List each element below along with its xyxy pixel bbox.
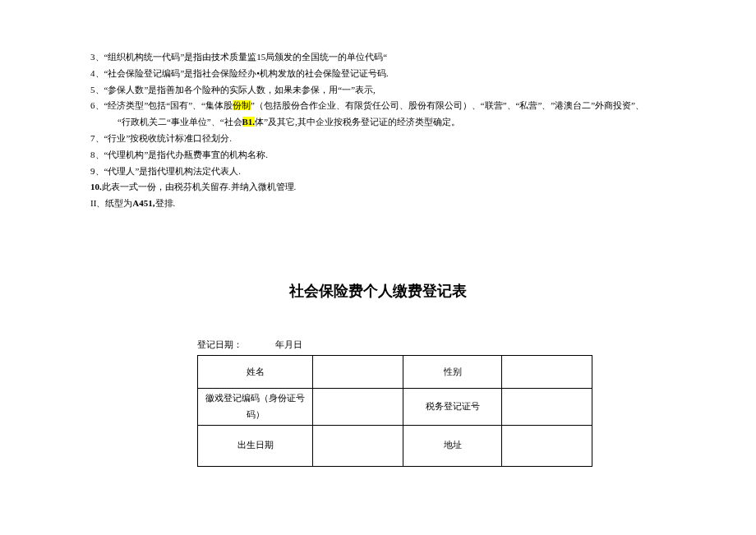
note-11-bold: A451, <box>132 198 154 208</box>
cell-address-value <box>502 425 592 466</box>
note-6b-suffix: 体”及其它,其中企业按税务登记证的经济类型确定。 <box>255 117 460 127</box>
note-3: 3、“组织机构统一代码”是指由技术质量监15局颁发的全国统一的单位代码“ <box>90 49 666 66</box>
note-6a-prefix: 6、“经济类型”包括“国有”、“集体股 <box>90 100 233 110</box>
personal-registration-table: 姓名 性别 徽戏登记编码（身份证号码） 税务登记证号 出生日期 地址 <box>197 355 592 467</box>
registration-date-value: 年月日 <box>275 339 302 349</box>
note-7: 7、“行业”按税收统计标准口径划分. <box>90 131 666 147</box>
cell-address-label: 地址 <box>403 425 502 466</box>
registration-date-line: 登记日期：年月日 <box>197 337 666 353</box>
registration-date-label: 登记日期： <box>197 339 242 349</box>
cell-name-label: 姓名 <box>198 356 313 389</box>
note-4: 4、“社会保险登记编码”是指社会保险经办•机构发放的社会保险登记证号码. <box>90 66 666 82</box>
cell-taxreg-label: 税务登记证号 <box>403 389 502 426</box>
note-10: 10.此表一式一份，由税芬机关留存.并纳入微机管理. <box>90 179 666 196</box>
note-10-prefix: 10. <box>90 182 102 191</box>
cell-birth-value <box>313 425 403 466</box>
cell-gender-value <box>502 356 592 389</box>
note-6a-highlight: 份制 <box>233 100 251 110</box>
table-row: 徽戏登记编码（身份证号码） 税务登记证号 <box>198 389 592 426</box>
cell-idcode-value <box>313 389 403 426</box>
note-11: II、纸型为A451,登排. <box>90 196 666 212</box>
cell-taxreg-value <box>502 389 592 426</box>
cell-gender-label: 性别 <box>403 356 502 389</box>
note-11-suffix: 登排. <box>155 198 176 208</box>
note-5: 5、“参保人数”是指善加各个险种的实际人数，如果未参保，用“一”表示, <box>90 82 666 99</box>
cell-birth-label: 出生日期 <box>198 425 313 466</box>
form-title: 社会保险费个人缴费登记表 <box>90 278 666 304</box>
note-9: 9、“代理人”是指代理机构法定代表人. <box>90 164 666 180</box>
note-11-prefix: II、纸型为 <box>90 198 132 208</box>
table-row: 出生日期 地址 <box>198 425 592 466</box>
note-8: 8、“代理机构”是指代办瓶费事宜的机构名称. <box>90 147 666 164</box>
cell-idcode-label: 徽戏登记编码（身份证号码） <box>198 389 313 426</box>
note-6-line1: 6、“经济类型”包括“国有”、“集体股份制”（包括股份合作企业、有限货任公司、股… <box>90 98 666 114</box>
note-6-line2: “行政机关二“事业单位”、“社会B1.体”及其它,其中企业按税务登记证的经济类型… <box>90 114 666 131</box>
note-10-rest: 此表一式一份，由税芬机关留存.并纳入微机管理. <box>102 182 297 191</box>
table-row: 姓名 性别 <box>198 356 592 389</box>
note-6b-prefix: “行政机关二“事业单位”、“社会 <box>118 117 242 127</box>
note-6a-suffix: ”（包括股份合作企业、有限货任公司、股份有限公司）、“联营”、“私营”、”港澳台… <box>251 100 644 110</box>
note-6b-bold: B1. <box>242 117 256 127</box>
cell-name-value <box>313 356 403 389</box>
